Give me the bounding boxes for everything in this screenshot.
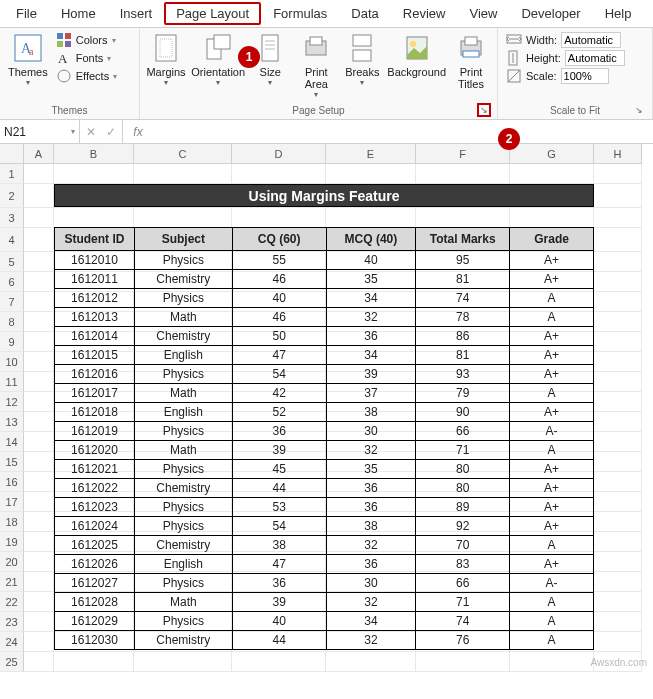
- table-cell[interactable]: A: [510, 441, 594, 460]
- col-header-B[interactable]: B: [54, 144, 134, 164]
- col-header-C[interactable]: C: [134, 144, 232, 164]
- table-cell[interactable]: 1612013: [55, 308, 135, 327]
- cell[interactable]: [54, 164, 134, 184]
- table-cell[interactable]: A+: [510, 365, 594, 384]
- table-cell[interactable]: Chemistry: [134, 327, 232, 346]
- table-cell[interactable]: Chemistry: [134, 270, 232, 289]
- table-cell[interactable]: 80: [416, 460, 510, 479]
- table-cell[interactable]: 1612019: [55, 422, 135, 441]
- table-cell[interactable]: 47: [232, 346, 326, 365]
- row-header-6[interactable]: 6: [0, 272, 24, 292]
- table-cell[interactable]: 1612027: [55, 574, 135, 593]
- table-cell[interactable]: 37: [326, 384, 416, 403]
- table-cell[interactable]: A+: [510, 517, 594, 536]
- table-cell[interactable]: 78: [416, 308, 510, 327]
- cell[interactable]: [594, 492, 642, 512]
- cell[interactable]: [594, 572, 642, 592]
- tab-view[interactable]: View: [457, 2, 509, 25]
- breaks-button[interactable]: Breaks▾: [340, 30, 384, 89]
- table-cell[interactable]: 40: [232, 612, 326, 631]
- tab-developer[interactable]: Developer: [509, 2, 592, 25]
- tab-review[interactable]: Review: [391, 2, 458, 25]
- table-cell[interactable]: 45: [232, 460, 326, 479]
- select-all-corner[interactable]: [0, 144, 24, 164]
- table-cell[interactable]: 66: [416, 574, 510, 593]
- table-cell[interactable]: 79: [416, 384, 510, 403]
- cell[interactable]: [594, 512, 642, 532]
- row-header-2[interactable]: 2: [0, 184, 24, 208]
- row-header-10[interactable]: 10: [0, 352, 24, 372]
- cell[interactable]: [594, 372, 642, 392]
- cell[interactable]: [24, 272, 54, 292]
- margins-button[interactable]: Margins▾: [144, 30, 188, 89]
- row-header-24[interactable]: 24: [0, 632, 24, 652]
- cell[interactable]: [24, 252, 54, 272]
- table-cell[interactable]: A+: [510, 479, 594, 498]
- col-header-F[interactable]: F: [416, 144, 510, 164]
- table-cell[interactable]: Chemistry: [134, 479, 232, 498]
- table-cell[interactable]: A+: [510, 327, 594, 346]
- table-cell[interactable]: A: [510, 593, 594, 612]
- row-header-25[interactable]: 25: [0, 652, 24, 672]
- cell[interactable]: [594, 164, 642, 184]
- row-header-3[interactable]: 3: [0, 208, 24, 228]
- width-input[interactable]: [561, 32, 621, 48]
- table-cell[interactable]: 1612028: [55, 593, 135, 612]
- col-header-H[interactable]: H: [594, 144, 642, 164]
- table-cell[interactable]: 47: [232, 555, 326, 574]
- table-cell[interactable]: 74: [416, 612, 510, 631]
- table-cell[interactable]: Physics: [134, 574, 232, 593]
- cell[interactable]: [24, 184, 54, 208]
- cell[interactable]: [326, 164, 416, 184]
- table-cell[interactable]: A-: [510, 574, 594, 593]
- cell[interactable]: [594, 632, 642, 652]
- table-cell[interactable]: 1612012: [55, 289, 135, 308]
- table-cell[interactable]: A+: [510, 270, 594, 289]
- table-cell[interactable]: 34: [326, 289, 416, 308]
- table-cell[interactable]: 34: [326, 346, 416, 365]
- print-titles-button[interactable]: Print Titles: [449, 30, 493, 92]
- table-cell[interactable]: 83: [416, 555, 510, 574]
- cell[interactable]: [24, 312, 54, 332]
- table-cell[interactable]: A: [510, 308, 594, 327]
- cell[interactable]: [594, 532, 642, 552]
- row-header-8[interactable]: 8: [0, 312, 24, 332]
- cell[interactable]: [232, 652, 326, 672]
- table-cell[interactable]: 38: [232, 536, 326, 555]
- table-cell[interactable]: 35: [326, 460, 416, 479]
- effects-button[interactable]: Effects▾: [56, 68, 117, 84]
- cell[interactable]: [416, 652, 510, 672]
- row-header-19[interactable]: 19: [0, 532, 24, 552]
- table-cell[interactable]: A+: [510, 460, 594, 479]
- cell[interactable]: [24, 228, 54, 252]
- cell[interactable]: [54, 652, 134, 672]
- table-cell[interactable]: Math: [134, 441, 232, 460]
- cell[interactable]: [594, 592, 642, 612]
- scale-input[interactable]: [561, 68, 609, 84]
- table-cell[interactable]: 1612023: [55, 498, 135, 517]
- row-header-14[interactable]: 14: [0, 432, 24, 452]
- table-cell[interactable]: 32: [326, 631, 416, 650]
- table-cell[interactable]: 1612014: [55, 327, 135, 346]
- table-cell[interactable]: 38: [326, 403, 416, 422]
- table-cell[interactable]: A+: [510, 403, 594, 422]
- table-cell[interactable]: 30: [326, 422, 416, 441]
- table-cell[interactable]: 34: [326, 612, 416, 631]
- row-header-4[interactable]: 4: [0, 228, 24, 252]
- row-header-15[interactable]: 15: [0, 452, 24, 472]
- cell[interactable]: [24, 432, 54, 452]
- cell[interactable]: [24, 472, 54, 492]
- table-cell[interactable]: 32: [326, 308, 416, 327]
- colors-button[interactable]: Colors▾: [56, 32, 117, 48]
- table-cell[interactable]: 36: [232, 574, 326, 593]
- cell[interactable]: [594, 432, 642, 452]
- cell[interactable]: [24, 412, 54, 432]
- tab-formulas[interactable]: Formulas: [261, 2, 339, 25]
- table-cell[interactable]: Physics: [134, 289, 232, 308]
- row-header-1[interactable]: 1: [0, 164, 24, 184]
- cell[interactable]: [510, 164, 594, 184]
- cell[interactable]: [416, 164, 510, 184]
- table-cell[interactable]: 39: [232, 593, 326, 612]
- fx-icon[interactable]: fx: [123, 125, 153, 139]
- table-cell[interactable]: 36: [326, 555, 416, 574]
